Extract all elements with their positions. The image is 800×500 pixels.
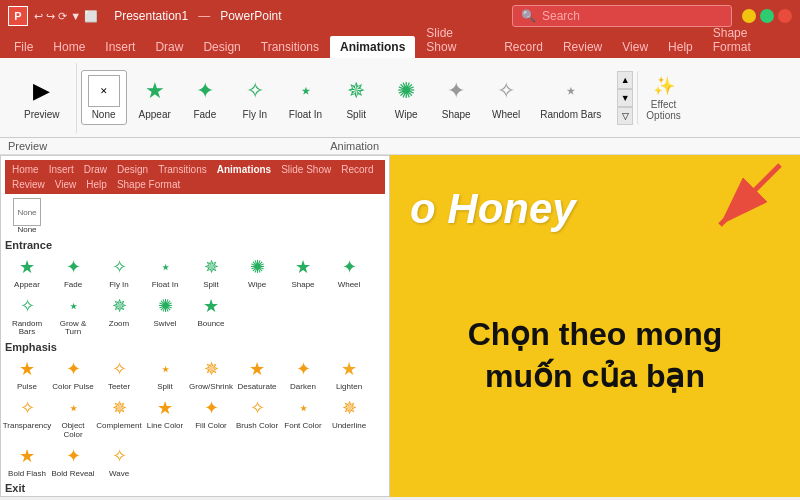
title-separator: — <box>198 9 210 23</box>
scroll-up-btn[interactable]: ▲ <box>617 71 633 89</box>
search-bar[interactable]: 🔍 <box>512 5 732 27</box>
emphasis-lighten[interactable]: ★Lighten <box>327 355 371 392</box>
entrance-floatin[interactable]: ⋆Float In <box>143 253 187 290</box>
emphasis-growshrink[interactable]: ✵Grow/Shrink <box>189 355 233 392</box>
emphasis-fillcolor[interactable]: ✦Fill Color <box>189 394 233 440</box>
fade-icon: ✦ <box>189 75 221 107</box>
emphasis-darken[interactable]: ✦Darken <box>281 355 325 392</box>
emphasis-wave[interactable]: ✧Wave <box>97 442 141 479</box>
preview-label-bar: Preview Animation <box>0 138 800 155</box>
exit-wheel[interactable]: ✦Wheel <box>327 496 371 497</box>
tab-record[interactable]: Record <box>494 36 553 58</box>
search-icon: 🔍 <box>521 9 536 23</box>
inner-tab-insert[interactable]: Insert <box>44 162 79 177</box>
exit-fade[interactable]: ✦Fade <box>51 496 95 497</box>
entrance-flyin[interactable]: ✧Fly In <box>97 253 141 290</box>
anim-wipe-button[interactable]: ✺ Wipe <box>382 71 430 124</box>
entrance-randombars[interactable]: ✧Random Bars <box>5 292 49 338</box>
tab-animations[interactable]: Animations <box>329 35 416 58</box>
inner-tab-animations[interactable]: Animations <box>212 162 276 177</box>
none-grid: None None <box>5 198 385 235</box>
search-input[interactable] <box>542 9 723 23</box>
tab-draw[interactable]: Draw <box>145 36 193 58</box>
anim-flyin-button[interactable]: ✧ Fly In <box>231 71 279 124</box>
inner-tab-view[interactable]: View <box>50 177 82 192</box>
entrance-bounce[interactable]: ★Bounce <box>189 292 233 338</box>
exit-wipe[interactable]: ✺Wipe <box>235 496 279 497</box>
entrance-fade[interactable]: ✦Fade <box>51 253 95 290</box>
entrance-swivel[interactable]: ✺Swivel <box>143 292 187 338</box>
emphasis-boldflash[interactable]: ★Bold Flash <box>5 442 49 479</box>
inner-tab-draw[interactable]: Draw <box>79 162 112 177</box>
inner-tab-shapeformat[interactable]: Shape Format <box>112 177 185 192</box>
tab-file[interactable]: File <box>4 36 43 58</box>
emphasis-teeter[interactable]: ✧Teeter <box>97 355 141 392</box>
emphasis-grid: ★Pulse ✦Color Pulse ✧Teeter ⋆Split ✵Grow… <box>5 355 385 478</box>
entrance-growandturn[interactable]: ⋆Grow & Turn <box>51 292 95 338</box>
tab-shape-format[interactable]: Shape Format <box>703 22 796 58</box>
emphasis-transparency[interactable]: ✧Transparency <box>5 394 49 440</box>
anim-split-button[interactable]: ✵ Split <box>332 71 380 124</box>
emph-split-star: ⋆ <box>151 355 179 383</box>
linecolor-star: ★ <box>151 394 179 422</box>
randombars-star: ✧ <box>13 292 41 320</box>
exit-flyout[interactable]: ✧Fly Out <box>97 496 141 497</box>
anim-floatin-button[interactable]: ⋆ Float In <box>281 71 330 124</box>
preview-button[interactable]: ▶ Preview <box>16 71 68 124</box>
emphasis-fontcolor[interactable]: ⋆Font Color <box>281 394 325 440</box>
tab-design[interactable]: Design <box>193 36 250 58</box>
inner-tab-home[interactable]: Home <box>7 162 44 177</box>
anim-appear-button[interactable]: ★ Appear <box>131 71 179 124</box>
entrance-shape[interactable]: ★Shape <box>281 253 325 290</box>
boldreveal-star: ✦ <box>59 442 87 470</box>
inner-tab-review[interactable]: Review <box>7 177 50 192</box>
maximize-btn[interactable] <box>760 9 774 23</box>
emphasis-objectcolor[interactable]: ⋆Object Color <box>51 394 95 440</box>
anim-shape-button[interactable]: ✦ Shape <box>432 71 480 124</box>
emphasis-linecolor[interactable]: ★Line Color <box>143 394 187 440</box>
tab-slideshow[interactable]: Slide Show <box>416 22 494 58</box>
emphasis-colorpulse[interactable]: ✦Color Pulse <box>51 355 95 392</box>
entrance-zoom[interactable]: ✵Zoom <box>97 292 141 338</box>
entrance-wipe[interactable]: ✺Wipe <box>235 253 279 290</box>
scroll-down-btn[interactable]: ▼ <box>617 89 633 107</box>
exit-floatout[interactable]: ⋆Float Out <box>143 496 187 497</box>
entrance-appear[interactable]: ★Appear <box>5 253 49 290</box>
minimize-btn[interactable] <box>742 9 756 23</box>
preview-icon: ▶ <box>26 75 58 107</box>
tab-help[interactable]: Help <box>658 36 703 58</box>
entrance-wheel[interactable]: ✦Wheel <box>327 253 371 290</box>
anim-none-button[interactable]: ✕ None <box>81 70 127 125</box>
tab-review[interactable]: Review <box>553 36 612 58</box>
close-btn[interactable] <box>778 9 792 23</box>
inner-tab-record[interactable]: Record <box>336 162 378 177</box>
exit-shape[interactable]: ★Shape <box>281 496 325 497</box>
emphasis-pulse[interactable]: ★Pulse <box>5 355 49 392</box>
red-arrow-indicator <box>700 155 800 255</box>
exit-disappear[interactable]: ★Disappear <box>5 496 49 497</box>
inner-tab-design[interactable]: Design <box>112 162 153 177</box>
emphasis-split[interactable]: ⋆Split <box>143 355 187 392</box>
scroll-more-btn[interactable]: ▽ <box>617 107 633 125</box>
tab-insert[interactable]: Insert <box>95 36 145 58</box>
tab-transitions[interactable]: Transitions <box>251 36 329 58</box>
dropdown-none-item[interactable]: None None <box>5 198 49 235</box>
anim-randombars-button[interactable]: ⋆ Random Bars <box>532 71 609 124</box>
effect-options-button[interactable]: ✨ EffectOptions <box>637 71 684 125</box>
emphasis-boldreveal[interactable]: ✦Bold Reveal <box>51 442 95 479</box>
app-icon: P <box>8 6 28 26</box>
inner-tab-transitions[interactable]: Transitions <box>153 162 212 177</box>
anim-fade-button[interactable]: ✦ Fade <box>181 71 229 124</box>
emphasis-desaturate[interactable]: ★Desaturate <box>235 355 279 392</box>
exit-split[interactable]: ✵Split <box>189 496 233 497</box>
anim-wheel-button[interactable]: ✧ Wheel <box>482 71 530 124</box>
tab-view[interactable]: View <box>612 36 658 58</box>
tab-home[interactable]: Home <box>43 36 95 58</box>
emphasis-complement[interactable]: ✵Complement <box>97 394 141 440</box>
inner-tab-help[interactable]: Help <box>81 177 112 192</box>
emphasis-brushcolor[interactable]: ✧Brush Color <box>235 394 279 440</box>
growshrink-star: ✵ <box>197 355 225 383</box>
emphasis-underline[interactable]: ✵Underline <box>327 394 371 440</box>
entrance-split[interactable]: ✵Split <box>189 253 233 290</box>
inner-tab-slideshow[interactable]: Slide Show <box>276 162 336 177</box>
